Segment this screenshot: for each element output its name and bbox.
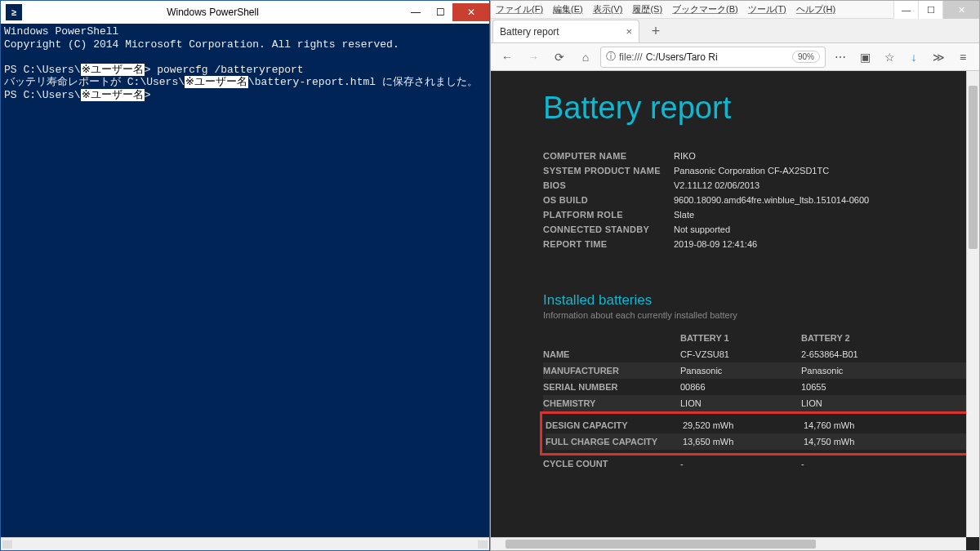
browser-window: ファイル(F) 編集(E) 表示(V) 履歴(S) ブックマーク(B) ツール(… bbox=[490, 0, 980, 551]
maximize-button[interactable]: ☐ bbox=[918, 1, 942, 19]
report-title: Battery report bbox=[543, 91, 979, 126]
console-line: Copyright (C) 2014 Microsoft Corporation… bbox=[4, 38, 486, 51]
info-icon[interactable]: ⓘ bbox=[606, 50, 616, 64]
url-path: C:/Users/Taro Ri bbox=[646, 51, 718, 63]
powershell-console[interactable]: Windows PowerShellCopyright (C) 2014 Mic… bbox=[1, 24, 489, 537]
browser-menubar: ファイル(F) 編集(E) 表示(V) 履歴(S) ブックマーク(B) ツール(… bbox=[491, 1, 979, 19]
battery-report: Battery report COMPUTER NAMERIKO SYSTEM … bbox=[491, 71, 979, 472]
more-icon[interactable]: ⋯ bbox=[829, 47, 852, 68]
table-row: PLATFORM ROLESlate bbox=[543, 207, 979, 222]
minimize-button[interactable]: — bbox=[403, 3, 428, 21]
redacted-username: ※ユーザー名 bbox=[81, 64, 145, 76]
table-row: DESIGN CAPACITY29,520 mWh14,760 mWh bbox=[546, 417, 977, 433]
console-line: PS C:\Users\※ユーザー名> bbox=[4, 89, 486, 102]
table-row: BIOSV2.11L12 02/06/2013 bbox=[543, 178, 979, 193]
section-subtitle: Information about each currently install… bbox=[543, 310, 979, 320]
battery-table: BATTERY 1 BATTERY 2 NAMECF-VZSU812-65386… bbox=[543, 330, 979, 472]
console-line: PS C:\Users\※ユーザー名> powercfg /batteryrep… bbox=[4, 64, 486, 77]
home-button[interactable]: ⌂ bbox=[574, 47, 597, 68]
table-row: FULL CHARGE CAPACITY13,650 mWh14,750 mWh bbox=[546, 433, 977, 450]
powershell-titlebar[interactable]: ≥ Windows PowerShell — ☐ ✕ bbox=[1, 1, 489, 24]
menu-file[interactable]: ファイル(F) bbox=[496, 3, 543, 16]
menu-bookmarks[interactable]: ブックマーク(B) bbox=[672, 3, 738, 16]
browser-tabbar: Battery report × + bbox=[491, 19, 979, 43]
reload-button[interactable]: ⟳ bbox=[548, 47, 571, 68]
table-row: CYCLE COUNT-- bbox=[543, 455, 979, 472]
table-row: MANUFACTURERPanasonicPanasonic bbox=[543, 362, 979, 379]
col-battery2: BATTERY 2 bbox=[801, 333, 922, 343]
powershell-window: ≥ Windows PowerShell — ☐ ✕ Windows Power… bbox=[0, 0, 490, 551]
downloads-icon[interactable]: ↓ bbox=[902, 47, 925, 68]
redacted-username: ※ユーザー名 bbox=[185, 76, 248, 88]
browser-navbar: ← → ⟳ ⌂ ⓘ file:///C:/Users/Taro Ri 90% ⋯… bbox=[491, 43, 979, 71]
menu-view[interactable]: 表示(V) bbox=[593, 3, 623, 16]
sidebar-icon[interactable]: ≫ bbox=[927, 47, 950, 68]
forward-button[interactable]: → bbox=[522, 47, 545, 68]
scrollbar-vertical[interactable] bbox=[966, 71, 979, 537]
zoom-level[interactable]: 90% bbox=[792, 51, 820, 63]
table-row: OS BUILD9600.18090.amd64fre.winblue_ltsb… bbox=[543, 193, 979, 207]
table-row: COMPUTER NAMERIKO bbox=[543, 149, 979, 163]
url-scheme: file:/// bbox=[619, 51, 643, 63]
table-row: CONNECTED STANDBYNot supported bbox=[543, 222, 979, 237]
redacted-username: ※ユーザー名 bbox=[81, 89, 145, 101]
table-row: SERIAL NUMBER0086610655 bbox=[543, 379, 979, 395]
console-line bbox=[4, 51, 486, 64]
tab-close-icon[interactable]: × bbox=[626, 25, 632, 38]
system-info-table: COMPUTER NAMERIKO SYSTEM PRODUCT NAMEPan… bbox=[543, 149, 979, 251]
tab-title: Battery report bbox=[500, 26, 559, 38]
scrollbar-thumb[interactable] bbox=[506, 540, 816, 549]
menu-help[interactable]: ヘルプ(H) bbox=[796, 3, 835, 16]
scrollbar-thumb[interactable] bbox=[969, 86, 978, 249]
table-row: NAMECF-VZSU812-653864-B01 bbox=[543, 346, 979, 362]
table-row: SYSTEM PRODUCT NAMEPanasonic Corporation… bbox=[543, 163, 979, 178]
browser-tab[interactable]: Battery report × bbox=[492, 20, 639, 42]
section-title: Installed batteries bbox=[543, 292, 979, 309]
table-header: BATTERY 1 BATTERY 2 bbox=[543, 330, 979, 346]
window-title: Windows PowerShell bbox=[22, 7, 403, 18]
scrollbar-horizontal[interactable] bbox=[1, 537, 489, 550]
table-row: CHEMISTRYLIONLION bbox=[543, 395, 979, 411]
console-line: バッテリ寿命レポートが C:\Users\※ユーザー名\battery-repo… bbox=[4, 76, 486, 89]
new-tab-button[interactable]: + bbox=[644, 20, 667, 42]
browser-content: Battery report COMPUTER NAMERIKO SYSTEM … bbox=[491, 71, 979, 550]
maximize-button[interactable]: ☐ bbox=[428, 3, 452, 21]
menu-edit[interactable]: 編集(E) bbox=[553, 3, 583, 16]
col-battery1: BATTERY 1 bbox=[680, 333, 801, 343]
reader-icon[interactable]: ▣ bbox=[853, 47, 876, 68]
minimize-button[interactable]: — bbox=[893, 1, 918, 19]
scrollbar-horizontal[interactable] bbox=[491, 537, 966, 550]
url-bar[interactable]: ⓘ file:///C:/Users/Taro Ri 90% bbox=[600, 47, 826, 68]
close-button[interactable]: ✕ bbox=[942, 1, 979, 19]
back-button[interactable]: ← bbox=[496, 47, 519, 68]
menu-tools[interactable]: ツール(T) bbox=[748, 3, 786, 16]
bookmark-star-icon[interactable]: ☆ bbox=[878, 47, 901, 68]
highlight-box: DESIGN CAPACITY29,520 mWh14,760 mWh FULL… bbox=[540, 411, 979, 455]
table-row: REPORT TIME2019-08-09 12:41:46 bbox=[543, 237, 979, 251]
menu-history[interactable]: 履歴(S) bbox=[632, 3, 662, 16]
powershell-icon: ≥ bbox=[6, 4, 22, 20]
command: powercfg /batteryreport bbox=[157, 64, 303, 76]
menu-hamburger-icon[interactable]: ≡ bbox=[951, 47, 974, 68]
console-line: Windows PowerShell bbox=[4, 25, 486, 38]
close-button[interactable]: ✕ bbox=[452, 3, 489, 21]
